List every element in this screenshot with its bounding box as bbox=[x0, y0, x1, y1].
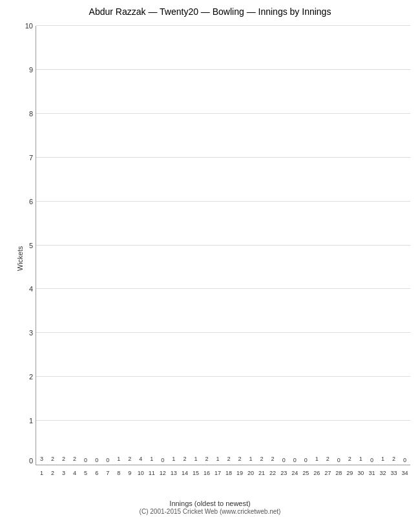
x-tick-34: 34 bbox=[401, 470, 408, 476]
x-tick-6: 6 bbox=[95, 470, 98, 476]
bar-zero-label-25: 0 bbox=[304, 457, 308, 463]
x-tick-11: 11 bbox=[149, 470, 155, 476]
chart-title: Abdur Razzak — Twenty20 — Bowling — Inni… bbox=[0, 0, 420, 20]
bar-label-4: 2 bbox=[73, 456, 76, 462]
bar-zero-label-34: 0 bbox=[403, 457, 406, 463]
x-tick-9: 9 bbox=[128, 470, 131, 476]
x-tick-7: 7 bbox=[106, 470, 109, 476]
x-tick-10: 10 bbox=[138, 470, 144, 476]
bar-label-2: 2 bbox=[51, 456, 54, 462]
x-tick-13: 13 bbox=[171, 470, 177, 476]
x-tick-14: 14 bbox=[182, 470, 188, 476]
bar-label-13: 1 bbox=[172, 456, 175, 462]
grid-line-5 bbox=[36, 245, 410, 246]
grid-line-8 bbox=[36, 113, 410, 114]
grid-line-7 bbox=[36, 157, 410, 158]
x-tick-18: 18 bbox=[226, 470, 232, 476]
grid-line-6 bbox=[36, 201, 410, 202]
bar-label-10: 4 bbox=[139, 456, 142, 462]
x-tick-1: 1 bbox=[40, 470, 43, 476]
y-tick-label-6: 6 bbox=[29, 198, 33, 206]
bar-zero-label-23: 0 bbox=[282, 457, 286, 463]
bar-label-26: 1 bbox=[315, 456, 319, 462]
x-tick-24: 24 bbox=[291, 470, 298, 476]
x-tick-2: 2 bbox=[51, 470, 54, 476]
bar-label-14: 2 bbox=[183, 456, 186, 462]
x-tick-15: 15 bbox=[193, 470, 199, 476]
x-tick-32: 32 bbox=[379, 470, 386, 476]
x-tick-25: 25 bbox=[302, 470, 309, 476]
bar-label-30: 1 bbox=[359, 456, 362, 462]
bar-label-3: 2 bbox=[62, 456, 65, 462]
y-tick-label-4: 4 bbox=[29, 285, 33, 293]
bar-zero-label-31: 0 bbox=[370, 457, 373, 463]
grid-line-1 bbox=[36, 420, 410, 421]
x-tick-28: 28 bbox=[335, 470, 342, 476]
x-tick-21: 21 bbox=[258, 470, 265, 476]
grid-line-2 bbox=[36, 376, 410, 377]
bar-label-8: 1 bbox=[117, 456, 120, 462]
x-tick-12: 12 bbox=[160, 470, 166, 476]
chart-container: Abdur Razzak — Twenty20 — Bowling — Inni… bbox=[0, 0, 420, 517]
x-tick-8: 8 bbox=[117, 470, 120, 476]
y-tick-label-8: 8 bbox=[29, 110, 33, 118]
y-tick-label-5: 5 bbox=[29, 242, 33, 249]
bar-label-27: 2 bbox=[326, 456, 330, 462]
bar-zero-label-12: 0 bbox=[161, 457, 164, 463]
x-tick-23: 23 bbox=[280, 470, 287, 476]
bar-label-22: 2 bbox=[271, 456, 275, 462]
y-axis-label: Wickets bbox=[16, 246, 24, 271]
y-tick-label-2: 2 bbox=[29, 373, 33, 381]
bar-zero-label-7: 0 bbox=[106, 457, 109, 463]
bar-label-17: 1 bbox=[216, 456, 219, 462]
grid-line-10 bbox=[36, 25, 410, 26]
bar-label-32: 1 bbox=[381, 456, 384, 462]
x-tick-33: 33 bbox=[390, 470, 397, 476]
grid-line-9 bbox=[36, 69, 410, 70]
bar-label-9: 2 bbox=[128, 456, 131, 462]
copyright-text: (C) 2001-2015 Cricket Web (www.cricketwe… bbox=[140, 508, 281, 515]
bar-label-21: 2 bbox=[260, 456, 264, 462]
bar-zero-label-24: 0 bbox=[293, 457, 297, 463]
bar-zero-label-5: 0 bbox=[84, 457, 87, 463]
y-tick-label-0: 0 bbox=[29, 457, 33, 465]
grid-line-4 bbox=[36, 288, 410, 289]
y-tick-label-1: 1 bbox=[29, 417, 33, 425]
x-tick-29: 29 bbox=[346, 470, 353, 476]
bar-label-29: 2 bbox=[348, 456, 352, 462]
x-tick-16: 16 bbox=[204, 470, 210, 476]
bar-label-11: 1 bbox=[150, 456, 153, 462]
bar-label-18: 2 bbox=[227, 456, 230, 462]
y-tick-label-10: 10 bbox=[25, 22, 33, 30]
x-tick-31: 31 bbox=[368, 470, 375, 476]
x-tick-26: 26 bbox=[313, 470, 320, 476]
y-tick-label-7: 7 bbox=[29, 154, 33, 162]
grid-line-3 bbox=[36, 332, 410, 333]
bar-label-16: 2 bbox=[205, 456, 208, 462]
x-tick-30: 30 bbox=[357, 470, 364, 476]
bar-zero-label-28: 0 bbox=[337, 457, 341, 463]
bar-label-20: 1 bbox=[249, 456, 253, 462]
x-tick-5: 5 bbox=[84, 470, 87, 476]
x-tick-19: 19 bbox=[236, 470, 243, 476]
bar-label-19: 2 bbox=[238, 456, 242, 462]
x-tick-22: 22 bbox=[269, 470, 276, 476]
x-axis-label: Innings (oldest to newest) bbox=[169, 500, 250, 507]
y-tick-label-3: 3 bbox=[29, 329, 33, 337]
x-tick-20: 20 bbox=[247, 470, 254, 476]
x-tick-17: 17 bbox=[215, 470, 221, 476]
x-tick-27: 27 bbox=[324, 470, 331, 476]
x-tick-4: 4 bbox=[73, 470, 76, 476]
x-tick-3: 3 bbox=[62, 470, 65, 476]
y-tick-label-9: 9 bbox=[29, 66, 33, 74]
bar-label-33: 2 bbox=[392, 456, 395, 462]
chart-area: 1234567891003122232405060718294101110121… bbox=[36, 26, 410, 465]
bar-label-15: 1 bbox=[194, 456, 197, 462]
bar-label-1: 3 bbox=[40, 456, 43, 462]
bar-zero-label-6: 0 bbox=[95, 457, 98, 463]
